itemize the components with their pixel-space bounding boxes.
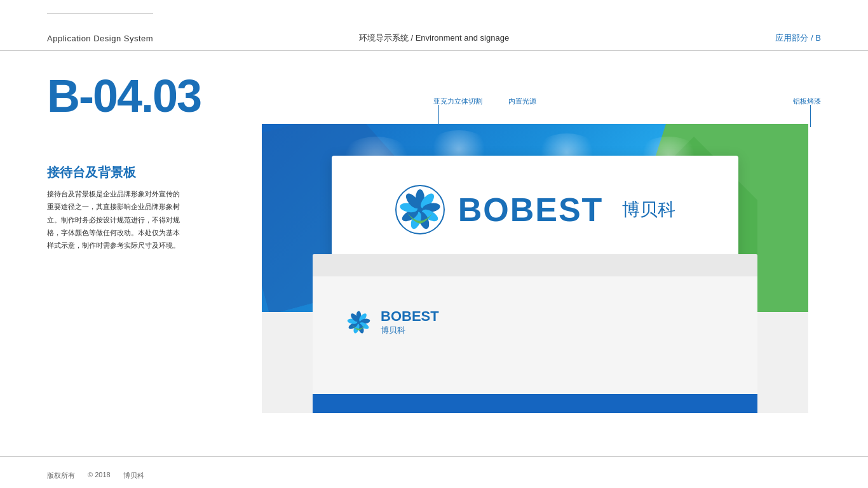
desk-brand-en: BOBEST bbox=[381, 308, 439, 325]
annotation-right-line bbox=[810, 105, 811, 127]
annotation-acrylic: 亚克力立体切割 bbox=[433, 97, 482, 106]
backdrop-logo-icon bbox=[395, 184, 445, 235]
annotation-light: 内置光源 bbox=[508, 97, 536, 106]
main-image-area: BOBEST 博贝科 bbox=[262, 124, 808, 413]
desk-logo-area: BOBEST 博贝科 bbox=[344, 308, 439, 337]
footer-company: 博贝科 bbox=[123, 471, 144, 480]
footer: 版权所有 © 2018 博贝科 bbox=[0, 456, 868, 488]
footer-left: 版权所有 © 2018 博贝科 bbox=[47, 471, 144, 480]
header-left: Application Design System bbox=[47, 32, 153, 44]
desk-front: BOBEST 博贝科 bbox=[313, 276, 757, 413]
backdrop-brand-en: BOBEST bbox=[458, 191, 604, 229]
desk-blue-bar bbox=[313, 394, 757, 413]
header-center-text: 环境导示系统 / Environment and signage bbox=[359, 33, 509, 43]
footer-copyright: 版权所有 bbox=[47, 471, 75, 480]
backdrop-board: BOBEST 博贝科 bbox=[332, 156, 738, 264]
desk-logo-text: BOBEST 博贝科 bbox=[381, 308, 439, 336]
desk-top-panel bbox=[313, 254, 757, 276]
backdrop-logo-area: BOBEST 博贝科 bbox=[395, 184, 676, 235]
header-right: 应用部分 / B bbox=[775, 32, 821, 44]
header-right-text: 应用部分 / B bbox=[775, 33, 821, 43]
desk-logo-icon bbox=[344, 308, 373, 337]
section-description: 接待台及背景板是企业品牌形象对外宣传的重要途径之一，其直接影响企业品牌形象树立。… bbox=[47, 187, 180, 252]
annotation-aluminum: 铝板烤漆 bbox=[793, 97, 821, 106]
desk-brand-cn: 博贝科 bbox=[381, 325, 439, 336]
reception-desk: BOBEST 博贝科 bbox=[313, 254, 757, 413]
section-title: 接待台及背景板 bbox=[47, 164, 136, 181]
section-code: B-04.03 bbox=[47, 70, 201, 122]
header-center: 环境导示系统 / Environment and signage bbox=[359, 32, 509, 44]
footer-year: © 2018 bbox=[88, 471, 111, 480]
backdrop-brand-cn: 博贝科 bbox=[622, 198, 675, 222]
header-title: Application Design System bbox=[47, 34, 153, 43]
scene-container: BOBEST 博贝科 bbox=[262, 124, 808, 413]
header: Application Design System 环境导示系统 / Envir… bbox=[0, 0, 868, 51]
